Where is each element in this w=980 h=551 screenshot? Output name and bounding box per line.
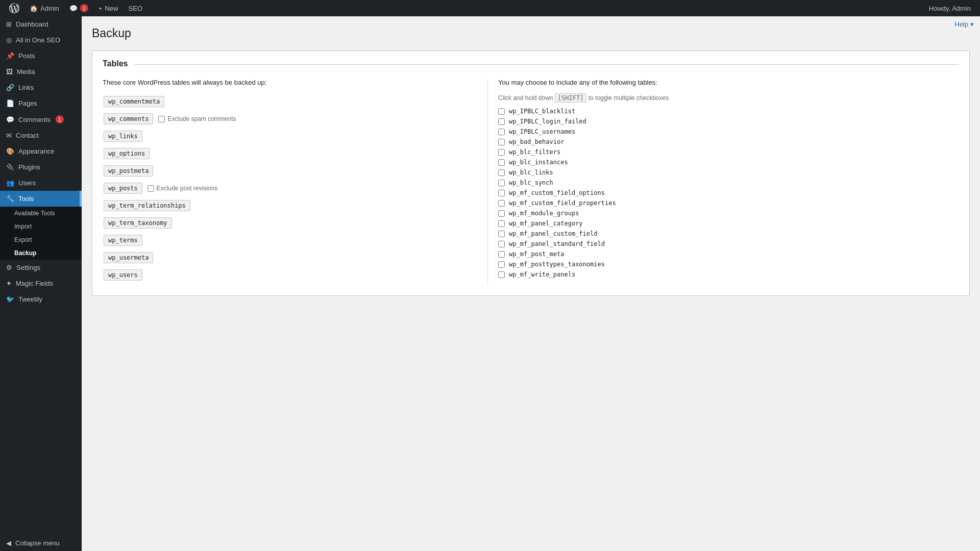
- optional-table-checkbox[interactable]: [498, 200, 505, 207]
- optional-table-checkbox[interactable]: [498, 241, 505, 247]
- section-title: Tables: [103, 59, 134, 68]
- core-table-tag: wp_links: [104, 131, 142, 142]
- optional-table-label[interactable]: wp_mf_custom_field_properties: [509, 199, 616, 207]
- submenu-export[interactable]: Export: [0, 233, 82, 246]
- optional-table-label[interactable]: wp_mf_write_panels: [509, 271, 575, 278]
- optional-table-label[interactable]: wp_blc_instances: [509, 159, 568, 166]
- sidebar-label-tweetily: Tweetily: [18, 295, 42, 303]
- seo-button[interactable]: SEO: [123, 0, 147, 16]
- new-label: New: [105, 5, 118, 12]
- optional-table-checkbox[interactable]: [498, 251, 505, 258]
- page-title: Backup: [92, 27, 970, 40]
- optional-table-checkbox[interactable]: [498, 190, 505, 196]
- sidebar-item-users[interactable]: 👥 Users: [0, 175, 82, 191]
- optional-table-row: wp_blc_links: [498, 169, 959, 176]
- optional-table-label[interactable]: wp_mf_module_groups: [509, 210, 579, 217]
- site-name-button[interactable]: 🏠 Admin: [24, 0, 64, 16]
- optional-table-checkbox[interactable]: [498, 271, 505, 278]
- sidebar-item-plugins[interactable]: 🔌 Plugins: [0, 159, 82, 175]
- table-row: wp_term_relationships: [103, 198, 477, 213]
- sidebar-item-contact[interactable]: ✉ Contact: [0, 128, 82, 143]
- shift-hint-pre: Click and hold down: [498, 94, 553, 102]
- optional-table-checkbox[interactable]: [498, 210, 505, 217]
- table-row: wp_users: [103, 268, 477, 282]
- submenu-backup[interactable]: Backup: [0, 246, 82, 260]
- sidebar-item-links[interactable]: 🔗 Links: [0, 80, 82, 95]
- optional-table-label[interactable]: wp_mf_panel_standard_field: [509, 240, 605, 247]
- sidebar-item-all-in-one-seo[interactable]: ◎ All in One SEO: [0, 32, 82, 48]
- comments-icon: 💬: [6, 116, 14, 123]
- shift-key: [SHIFT]: [555, 93, 587, 103]
- sidebar-item-media[interactable]: 🖼 Media: [0, 64, 82, 80]
- table-row: wp_usermeta: [103, 251, 477, 265]
- sidebar-item-tweetily[interactable]: 🐦 Tweetily: [0, 291, 82, 307]
- sidebar-item-settings[interactable]: ⚙ Settings: [0, 260, 82, 276]
- optional-table-label[interactable]: wp_IPBLC_login_failed: [509, 118, 586, 125]
- exclude-revisions-label[interactable]: Exclude post revisions: [148, 185, 217, 192]
- optional-table-label[interactable]: wp_mf_panel_custom_field: [509, 230, 597, 237]
- optional-table-checkbox[interactable]: [498, 118, 505, 125]
- optional-table-checkbox[interactable]: [498, 261, 505, 268]
- optional-table-label[interactable]: wp_mf_posttypes_taxonomies: [509, 261, 605, 268]
- submenu-import[interactable]: Import: [0, 220, 82, 233]
- active-indicator: [80, 191, 82, 207]
- sidebar-item-collapse[interactable]: ◀ Collapse menu: [0, 535, 82, 551]
- sidebar-item-posts[interactable]: 📌 Posts: [0, 48, 82, 64]
- help-button[interactable]: Help ▾: [948, 16, 980, 32]
- sidebar-label-seo: All in One SEO: [16, 36, 60, 44]
- sidebar-item-pages[interactable]: 📄 Pages: [0, 95, 82, 111]
- core-table-tag: wp_commentmeta: [104, 96, 164, 107]
- optional-table-checkbox[interactable]: [498, 220, 505, 227]
- optional-table-checkbox[interactable]: [498, 149, 505, 156]
- tweetily-icon: 🐦: [6, 295, 14, 303]
- new-content-button[interactable]: + New: [93, 0, 124, 16]
- optional-table-label[interactable]: wp_bad_behavior: [509, 138, 564, 145]
- optional-table-row: wp_blc_synch: [498, 179, 959, 186]
- wp-logo-button[interactable]: [4, 0, 24, 16]
- optional-table-row: wp_mf_panel_custom_field: [498, 230, 959, 237]
- pages-icon: 📄: [6, 99, 14, 107]
- optional-table-checkbox[interactable]: [498, 159, 505, 166]
- optional-table-checkbox[interactable]: [498, 129, 505, 135]
- exclude-revisions-checkbox[interactable]: [148, 185, 154, 192]
- optional-table-checkbox[interactable]: [498, 108, 505, 115]
- shift-hint: Click and hold down [SHIFT] to toggle mu…: [498, 94, 959, 102]
- optional-table-label[interactable]: wp_mf_panel_category: [509, 220, 583, 227]
- table-row: wp_posts Exclude post revisions: [103, 181, 477, 195]
- sidebar-item-appearance[interactable]: 🎨 Appearance: [0, 143, 82, 159]
- sidebar-label-comments: Comments: [18, 116, 51, 123]
- sidebar-label-users: Users: [18, 179, 36, 187]
- sidebar-label-magic-fields: Magic Fields: [16, 280, 53, 287]
- table-row: wp_links: [103, 129, 477, 143]
- sidebar-item-magic-fields[interactable]: ✦ Magic Fields: [0, 276, 82, 291]
- optional-table-label[interactable]: wp_IPBLC_blacklist: [509, 108, 575, 115]
- shift-hint-post: to toggle multiple checkboxes: [589, 94, 669, 102]
- optional-table-checkbox[interactable]: [498, 231, 505, 237]
- optional-table-label[interactable]: wp_blc_filters: [509, 148, 560, 156]
- optional-table-checkbox[interactable]: [498, 139, 505, 145]
- optional-table-row: wp_bad_behavior: [498, 138, 959, 145]
- sidebar-item-comments[interactable]: 💬 Comments 1: [0, 111, 82, 128]
- optional-table-label[interactable]: wp_IPBLC_usernames: [509, 128, 575, 135]
- wp-logo-icon: [9, 3, 19, 13]
- core-table-tag: wp_postmeta: [104, 165, 153, 177]
- optional-table-label[interactable]: wp_mf_custom_field_options: [509, 189, 605, 196]
- sidebar-item-tools[interactable]: 🔧 Tools: [0, 191, 82, 207]
- sidebar-item-dashboard[interactable]: ⊞ Dashboard: [0, 16, 82, 32]
- core-table-tag: wp_term_relationships: [104, 200, 190, 211]
- optional-table-label[interactable]: wp_blc_links: [509, 169, 553, 176]
- comments-button[interactable]: 💬 1: [64, 0, 93, 16]
- tables-content: These core WordPress tables will always …: [92, 79, 969, 285]
- optional-table-row: wp_mf_module_groups: [498, 210, 959, 217]
- exclude-spam-label[interactable]: Exclude spam comments: [158, 115, 236, 122]
- submenu-available-tools[interactable]: Available Tools: [0, 207, 82, 220]
- main-content: Backup Tables These core WordPress table…: [82, 16, 980, 551]
- optional-table-checkbox[interactable]: [498, 169, 505, 176]
- optional-table-label[interactable]: wp_blc_synch: [509, 179, 553, 186]
- collapse-icon: ◀: [6, 539, 11, 547]
- optional-table-label[interactable]: wp_mf_post_meta: [509, 251, 564, 258]
- section-divider: [134, 64, 960, 65]
- exclude-spam-checkbox[interactable]: [158, 116, 165, 122]
- sidebar-label-dashboard: Dashboard: [16, 20, 48, 28]
- optional-table-checkbox[interactable]: [498, 180, 505, 186]
